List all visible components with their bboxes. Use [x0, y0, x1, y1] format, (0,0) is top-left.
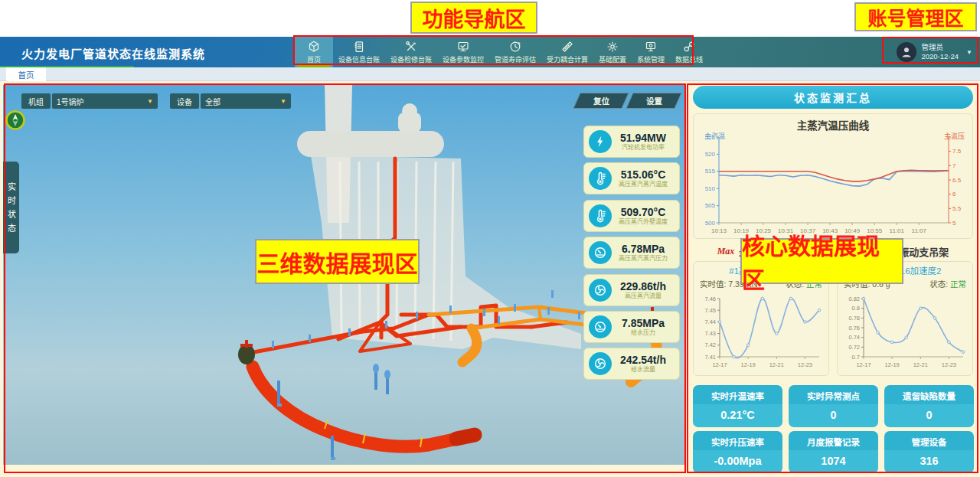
kpi-tile-遗留缺陷数量: 遗留缺陷数量0 — [884, 385, 974, 427]
metric-text: 242.54t/h给水流量 — [612, 354, 675, 374]
metric-label: 汽轮机发电功率 — [612, 144, 675, 152]
chevron-down-icon[interactable]: ▼ — [966, 49, 972, 56]
nav-item-基础配置[interactable]: 基础配置 — [593, 37, 632, 67]
metric-value: 229.86t/h — [612, 280, 675, 292]
kpi-tile-实时升压速率: 实时升压速率-0.00Mpa — [693, 431, 782, 473]
gear-icon — [606, 41, 619, 54]
unit-select[interactable]: 1号锅炉▼ — [52, 93, 158, 109]
status-value: 状态: 正常 — [929, 278, 966, 289]
compass-icon[interactable] — [5, 110, 25, 130]
tab-bar: 首页 — [0, 67, 980, 81]
metric-card: 7.85MPa给水压力 — [583, 311, 680, 343]
nav-item-系统管理[interactable]: 系统管理 — [632, 37, 670, 67]
svg-text:520: 520 — [705, 151, 716, 158]
device-select[interactable]: 全部▼ — [201, 93, 291, 109]
metric-value: 7.85MPa — [612, 317, 675, 329]
kpi-value: -0.00Mpa — [693, 455, 782, 467]
settings-button[interactable]: 设置 — [626, 93, 681, 109]
main-chart: 50050551051552052555.566.577.5810:1310:1… — [696, 132, 972, 238]
svg-text:7.43: 7.43 — [704, 330, 716, 337]
unit-select-value: 1号锅炉 — [57, 96, 84, 107]
svg-text:12-17: 12-17 — [712, 361, 727, 368]
svg-text:11:07: 11:07 — [912, 227, 927, 234]
realtime-status-tab[interactable]: 实时状态 — [3, 162, 19, 253]
reset-button[interactable]: 复位 — [573, 93, 629, 109]
svg-text:7: 7 — [952, 162, 956, 169]
metric-label: 高压蒸汽外壁温度 — [612, 218, 675, 226]
account-menu[interactable]: 管理员 2020-12-24 ▼ — [897, 41, 972, 64]
load-trend-chart: 7.417.427.437.447.457.4612-1712-1912-211… — [697, 292, 827, 372]
nav-item-label: 系统管理 — [637, 54, 665, 64]
nav-annotation-label: 功能导航区 — [410, 2, 537, 34]
svg-text:12-21: 12-21 — [769, 361, 784, 368]
unit-label: 机组 — [21, 93, 51, 109]
svg-text:12-21: 12-21 — [913, 361, 928, 368]
tab-home[interactable]: 首页 — [6, 67, 46, 81]
pressure-icon — [589, 315, 612, 338]
panel-header: 状态监测汇总 — [693, 86, 973, 109]
metric-text: 515.06°C高压蒸汽蒸汽温度 — [612, 168, 675, 188]
svg-text:515: 515 — [705, 168, 716, 175]
system-icon — [645, 41, 657, 54]
svg-text:7.46: 7.46 — [704, 296, 716, 302]
svg-text:500: 500 — [705, 220, 716, 227]
ledger-icon — [353, 41, 365, 54]
metric-card: 242.54t/h给水流量 — [583, 348, 680, 380]
nav-item-首页[interactable]: 首页 — [295, 37, 333, 67]
kpi-value: 316 — [884, 455, 974, 467]
vibration-trend-chart: 0.70.720.740.760.780.80.8212-1712-1912-2… — [841, 292, 971, 372]
kpi-value: 0.21°C — [693, 409, 782, 421]
svg-text:12-23: 12-23 — [798, 361, 812, 368]
nav-item-label: 管道寿命评估 — [495, 54, 536, 64]
kpi-title: 实时升温速率 — [693, 390, 782, 402]
app-title: 火力发电厂管道状态在线监测系统 — [21, 45, 205, 61]
temperature-icon — [589, 204, 612, 227]
svg-text:5: 5 — [952, 220, 956, 227]
nav-item-受力耦合计算[interactable]: 受力耦合计算 — [541, 37, 593, 67]
metric-card: 51.94MW汽轮机发电功率 — [583, 126, 680, 158]
nav-item-管道寿命评估[interactable]: 管道寿命评估 — [489, 37, 541, 67]
svg-text:12-23: 12-23 — [942, 361, 956, 368]
nav-item-label: 基础配置 — [599, 54, 626, 64]
svg-text:0.8: 0.8 — [852, 305, 860, 312]
app-header: 火力发电厂管道状态在线监测系统 首页设备信息台账设备检修台账设备参数监控管道寿命… — [0, 37, 980, 67]
metric-label: 高压蒸汽蒸汽压力 — [612, 255, 675, 263]
nav-item-设备参数监控[interactable]: 设备参数监控 — [437, 37, 489, 67]
metric-label: 高压蒸汽流量 — [612, 292, 675, 300]
svg-text:7.45: 7.45 — [704, 307, 716, 314]
svg-text:0.82: 0.82 — [848, 296, 860, 302]
svg-text:0.7: 0.7 — [852, 354, 860, 361]
nav-item-数据总线[interactable]: 数据总线 — [670, 37, 708, 67]
svg-text:8: 8 — [952, 134, 956, 141]
metric-value: 515.06°C — [612, 168, 675, 181]
metric-label: 给水压力 — [612, 329, 675, 337]
svg-text:0.76: 0.76 — [848, 325, 860, 332]
kpi-value: 1074 — [789, 455, 878, 467]
nav-item-label: 数据总线 — [675, 54, 703, 64]
kpi-title: 管理设备 — [884, 436, 974, 448]
metric-label: 高压蒸汽蒸汽温度 — [612, 181, 675, 188]
nav-item-设备检修台账[interactable]: 设备检修台账 — [385, 37, 437, 67]
svg-text:5.5: 5.5 — [952, 205, 962, 212]
device-label: 设备 — [170, 93, 199, 109]
svg-text:0.72: 0.72 — [848, 344, 860, 351]
account-date: 2020-12-24 — [921, 52, 959, 61]
svg-text:7.5: 7.5 — [952, 148, 962, 155]
app-window: 火力发电厂管道状态在线监测系统 首页设备信息台账设备检修台账设备参数监控管道寿命… — [0, 0, 980, 477]
metric-card: 6.78MPa高压蒸汽蒸汽压力 — [583, 237, 680, 269]
scene-annotation-label: 三维数据展现区 — [255, 239, 420, 284]
kpi-title: 实时升压速率 — [693, 436, 782, 448]
power-icon — [589, 130, 612, 153]
nav-item-label: 设备检修台账 — [390, 54, 432, 64]
metric-text: 6.78MPa高压蒸汽蒸汽压力 — [612, 243, 675, 263]
svg-text:510: 510 — [705, 185, 716, 192]
nav-item-设备信息台账[interactable]: 设备信息台账 — [333, 37, 385, 67]
account-annotation-label: 账号管理区 — [854, 2, 977, 31]
kpi-tile-实时升温速率: 实时升温速率0.21°C — [693, 385, 782, 427]
tools-icon — [405, 41, 417, 54]
kpi-tile-管理设备: 管理设备316 — [884, 431, 974, 473]
svg-text:0.74: 0.74 — [848, 334, 860, 341]
dropdown-caret-icon: ▼ — [147, 98, 153, 105]
calc-icon — [561, 41, 573, 54]
device-select-value: 全部 — [205, 96, 220, 107]
